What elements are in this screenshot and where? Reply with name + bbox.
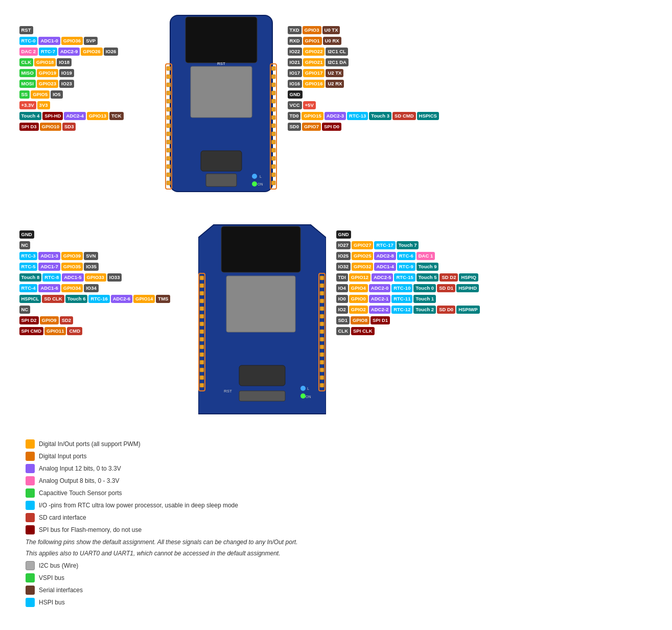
board2-diagram: GND NC RTC-3 ADC1-3 GPIO39 SVN RTC-5 ADC…	[17, 220, 656, 424]
pin-row: RTC-0 ADC1-0 GPIO36 SVP	[19, 36, 124, 45]
legend-text-analog-out: Analog Output 8 bits, 0 - 3.3V	[39, 477, 119, 484]
pin-label: I2C1 DA	[326, 58, 348, 66]
pin-label: U0 RX	[323, 37, 341, 44]
pin-label: GPIO12	[349, 273, 370, 281]
board1-svg: RST L ON	[165, 13, 277, 199]
pin-label: IO23	[59, 80, 74, 87]
pin-label: TDI	[336, 273, 348, 281]
pin-label: GPIO10	[40, 123, 61, 130]
pin-row: RTC-3 ADC1-3 GPIO39 SVN	[19, 251, 171, 261]
pin-label: ADC1-0	[38, 37, 60, 44]
legend-text-sd: SD card interface	[39, 514, 86, 521]
pin-label: IO25	[336, 252, 351, 260]
pin-label: 3V3	[37, 101, 50, 109]
legend-item-analog-in: Analog Input 12 bits, 0 to 3.3V	[26, 464, 657, 473]
legend-text-analog-in: Analog Input 12 bits, 0 to 3.3V	[39, 465, 121, 472]
svg-rect-72	[320, 360, 324, 364]
pin-label: CLK	[336, 327, 351, 335]
pin-row: DAC 2 RTC-7 ADC2-9 GPIO26 IO26	[19, 47, 124, 56]
svg-point-39	[252, 181, 257, 186]
legend-item-i2c: I2C bus (Wire)	[26, 561, 657, 570]
svg-rect-25	[271, 115, 275, 120]
pin-label: ADC2-9	[58, 48, 80, 55]
pin-label: MOSI	[19, 80, 36, 87]
svg-rect-13	[167, 148, 171, 152]
pin-row: HSPICL SD CLK Touch 6 RTC-16 ADC2-6 GPIO…	[19, 294, 171, 304]
svg-rect-55	[200, 353, 204, 357]
pin-row: SPI CMD GPIO11 CMD	[19, 326, 171, 336]
svg-rect-78	[239, 391, 285, 401]
svg-rect-24	[271, 107, 275, 111]
pin-label: Touch 8	[19, 273, 42, 281]
pin-label: IO34	[84, 284, 99, 292]
pin-label: GPIO32	[352, 263, 373, 270]
svg-rect-2	[191, 66, 252, 118]
svg-rect-44	[226, 276, 295, 332]
pin-label: ADC2-3	[325, 112, 346, 120]
pin-label: GPIO22	[303, 48, 325, 55]
pin-label: Touch 0	[413, 284, 436, 292]
legend-text-touch: Capacitive Touch Sensor ports	[39, 489, 122, 497]
svg-rect-75	[320, 383, 324, 387]
board2-right-pins: GND IO27 GPIO27 RTC-17 Touch 7 IO25 GPIO…	[336, 230, 480, 336]
pin-label: SD D1	[437, 284, 455, 292]
pin-label: GND	[19, 230, 34, 238]
svg-point-81	[300, 393, 306, 399]
pin-label: +5V	[303, 101, 316, 109]
pin-label: Touch 3	[369, 112, 391, 120]
pin-row: IO16 GPIO16 U2 RX	[288, 79, 439, 88]
legend-color-serial	[26, 586, 35, 595]
legend-item-serial: Serial interfaces	[26, 586, 657, 595]
legend-item-analog-out: Analog Output 8 bits, 0 - 3.3V	[26, 476, 657, 485]
pin-label: GPIO33	[85, 273, 106, 281]
legend-item-rtc: I/O -pins from RTC ultra low power proce…	[26, 501, 657, 510]
pin-label: SD1	[336, 316, 350, 324]
svg-rect-22	[271, 91, 275, 95]
svg-text:RST: RST	[217, 61, 225, 66]
svg-rect-70	[320, 345, 324, 349]
pin-label: ADC2-2	[369, 306, 390, 313]
pin-label: RTC-13	[347, 112, 368, 120]
pin-label: GPIO35	[61, 263, 83, 270]
legend-item-digital-io: Digital In/Out ports (all support PWM)	[26, 439, 657, 449]
pin-label: IO16	[288, 80, 303, 87]
pin-label: RTC-7	[39, 48, 57, 55]
pin-label: U2 TX	[326, 69, 343, 77]
svg-rect-52	[200, 330, 204, 334]
legend-italic-1: The following pins show the default assi…	[26, 539, 657, 546]
pin-label: GPIO14	[133, 295, 155, 302]
pin-label: SD D2	[439, 273, 458, 281]
pin-label: Touch 5	[416, 273, 439, 281]
pin-label: ADC1-7	[38, 263, 60, 270]
legend-color-sd	[26, 513, 35, 522]
pin-label: GPIO15	[302, 112, 323, 120]
pin-label: SPI D3	[19, 123, 39, 130]
svg-rect-29	[271, 148, 275, 152]
pin-label: TXD	[288, 26, 302, 34]
pin-label: RTC-10	[391, 284, 412, 292]
pin-label: ADC1-3	[38, 252, 60, 260]
pin-label: ADC2-0	[369, 284, 390, 292]
legend: Digital In/Out ports (all support PWM) D…	[15, 439, 657, 607]
legend-text-vspi: VSPI bus	[39, 574, 64, 581]
svg-rect-27	[271, 132, 275, 136]
pin-row: IO17 GPIO17 U2 TX	[288, 68, 439, 78]
pin-row: GND	[336, 230, 480, 239]
pin-label: SVN	[84, 252, 98, 260]
svg-text:L: L	[260, 175, 262, 178]
pin-label: GPIO13	[87, 112, 108, 120]
pin-row: MOSI GPIO23 IO23	[19, 79, 124, 88]
svg-rect-17	[167, 181, 171, 185]
pin-label: IO5	[51, 90, 62, 98]
svg-text:L: L	[307, 387, 309, 390]
svg-rect-54	[200, 345, 204, 349]
pin-row: VCC +5V	[288, 101, 439, 110]
pin-label: RTC-17	[374, 241, 395, 249]
pin-label: ADC2-5	[372, 273, 393, 281]
svg-rect-6	[167, 91, 171, 95]
svg-rect-20	[271, 75, 275, 79]
pin-row: MISO GPIO19 IO19	[19, 68, 124, 78]
pin-label: GPIO17	[303, 69, 325, 77]
pin-label: GPIO4	[349, 284, 368, 292]
pin-label: Touch 4	[19, 112, 42, 120]
